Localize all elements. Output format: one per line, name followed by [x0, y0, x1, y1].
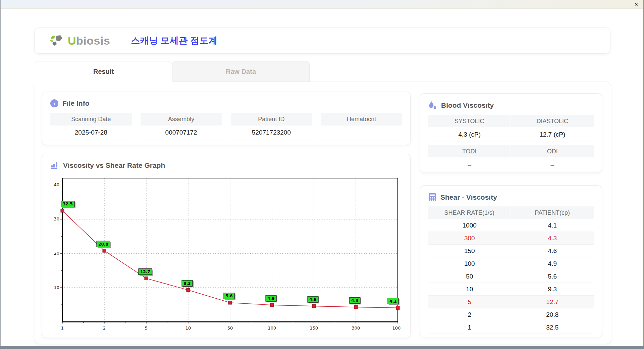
- table-row: 3004.3: [428, 232, 594, 245]
- window-left-edge: [0, 0, 1, 349]
- table-row: 109.3: [428, 283, 594, 296]
- table-row: 1004.9: [428, 257, 594, 270]
- svg-text:9.3: 9.3: [183, 281, 191, 286]
- svg-text:100: 100: [268, 326, 276, 331]
- shear-rate-cell: 50: [428, 270, 511, 283]
- svg-text:4.3: 4.3: [351, 298, 358, 303]
- result-tab-content: i File Info Scanning Date2025-07-28Assem…: [35, 82, 611, 344]
- window-close-button[interactable]: ×: [632, 0, 641, 8]
- patient-viscosity-cell: 4.3: [511, 232, 594, 245]
- blood-viscosity-title: Blood Viscosity: [441, 101, 494, 109]
- brand-logo: Ubiosis: [50, 34, 110, 47]
- shear-table-column-header: SHEAR RATE(1/s): [428, 206, 511, 219]
- app-header: Ubiosis 스캐닝 모세관 점도계: [34, 28, 610, 54]
- svg-text:30: 30: [54, 216, 59, 221]
- file-info-label: Assembly: [141, 113, 222, 126]
- app-title-korean: 스캐닝 모세관 점도계: [131, 35, 217, 47]
- file-info-value: 000707172: [141, 126, 222, 140]
- table-row: 132.5: [428, 321, 594, 334]
- svg-text:4.9: 4.9: [267, 296, 274, 301]
- patient-viscosity-cell: 9.3: [511, 283, 594, 296]
- shear-viscosity-title: Shear - Viscosity: [440, 193, 497, 201]
- svg-text:4.6: 4.6: [309, 297, 316, 302]
- svg-text:10: 10: [185, 326, 191, 331]
- bv-header-systolic: SYSTOLIC: [428, 115, 511, 127]
- shear-rate-cell: 300: [428, 232, 511, 245]
- window-bottom-edge: [0, 346, 644, 349]
- svg-text:1: 1: [61, 326, 64, 331]
- window-titlebar: ×: [0, 0, 644, 9]
- shear-rate-cell: 5: [428, 296, 511, 308]
- viscosity-chart: 102030401251050100150300100032.520.812.7…: [50, 173, 401, 337]
- patient-viscosity-cell: 32.5: [511, 321, 594, 334]
- svg-text:50: 50: [227, 326, 233, 331]
- file-info-field-patient-id: Patient ID52071723200: [231, 113, 312, 140]
- table-row: 220.8: [428, 308, 594, 321]
- svg-text:1000: 1000: [392, 326, 401, 331]
- svg-text:40: 40: [54, 182, 59, 187]
- blood-viscosity-title-row: Blood Viscosity: [428, 101, 594, 110]
- file-info-field-assembly: Assembly000707172: [141, 113, 222, 140]
- chart-wrap: 102030401251050100150300100032.520.812.7…: [50, 173, 402, 338]
- bv-value-systolic: 4.3 (cP): [428, 127, 511, 142]
- table-row: 505.6: [428, 270, 594, 283]
- svg-text:2: 2: [103, 326, 106, 331]
- bv-value-odi: –: [511, 157, 594, 172]
- shear-rate-cell: 150: [428, 245, 511, 257]
- file-info-grid: Scanning Date2025-07-28Assembly000707172…: [50, 113, 402, 140]
- plot-area: [62, 178, 398, 322]
- file-info-value: [321, 126, 402, 140]
- file-info-panel: i File Info Scanning Date2025-07-28Assem…: [42, 92, 411, 145]
- svg-text:20: 20: [54, 251, 59, 256]
- shear-viscosity-panel: Shear - Viscosity SHEAR RATE(1/s)PATIENT…: [420, 185, 602, 337]
- file-info-field-scanning-date: Scanning Date2025-07-28: [50, 113, 132, 140]
- bv-header-todi: TODI: [428, 145, 511, 157]
- shear-viscosity-title-row: Shear - Viscosity: [428, 193, 594, 202]
- bv-value-diastolic: 12.7 (cP): [511, 127, 594, 142]
- shear-rate-cell: 1: [428, 321, 511, 334]
- shear-table-column-header: PATIENT(cp): [511, 206, 594, 219]
- file-info-title: File Info: [62, 99, 90, 107]
- svg-text:5: 5: [145, 326, 148, 331]
- shear-rate-cell: 10: [428, 283, 511, 296]
- patient-viscosity-cell: 20.8: [511, 308, 594, 321]
- patient-viscosity-cell: 4.9: [511, 257, 594, 270]
- svg-text:12.7: 12.7: [140, 269, 150, 274]
- bv-value-todi: –: [428, 157, 511, 172]
- file-info-field-hematocrit: Hematocrit: [321, 113, 402, 140]
- patient-viscosity-cell: 4.6: [511, 245, 594, 257]
- patient-viscosity-cell: 12.7: [511, 296, 594, 308]
- file-info-label: Patient ID: [231, 113, 312, 126]
- bv-header-odi: ODI: [511, 145, 594, 157]
- tab-raw-data[interactable]: Raw Data: [172, 61, 310, 82]
- svg-text:4.1: 4.1: [389, 299, 396, 304]
- bar-chart-icon: [50, 161, 59, 169]
- table-row: 10004.1: [428, 219, 594, 232]
- blood-viscosity-panel: Blood Viscosity SYSTOLICDIASTOLIC4.3 (cP…: [420, 93, 602, 173]
- svg-text:20.8: 20.8: [98, 242, 108, 247]
- file-info-title-row: i File Info: [50, 99, 402, 107]
- svg-text:5.6: 5.6: [225, 294, 232, 298]
- svg-text:32.5: 32.5: [63, 202, 73, 206]
- file-info-value: 52071723200: [231, 126, 312, 140]
- file-info-label: Hematocrit: [321, 113, 402, 126]
- calculator-icon: [428, 193, 436, 202]
- table-row: 512.7: [428, 296, 594, 308]
- blood-viscosity-spacer: [428, 142, 594, 145]
- tab-result[interactable]: Result: [35, 61, 172, 82]
- patient-viscosity-cell: 5.6: [511, 270, 594, 283]
- blood-viscosity-grid: SYSTOLICDIASTOLIC4.3 (cP)12.7 (cP)TODIOD…: [428, 115, 594, 172]
- svg-text:300: 300: [352, 326, 360, 331]
- shear-rate-cell: 1000: [428, 219, 511, 232]
- viscosity-graph-panel: Viscosity vs Shear Rate Graph 1020304012…: [42, 154, 411, 338]
- water-drops-icon: [428, 101, 437, 110]
- shear-table-header-row: SHEAR RATE(1/s)PATIENT(cp): [428, 206, 594, 219]
- brand-name: Ubiosis: [68, 35, 110, 46]
- shear-rate-cell: 2: [428, 308, 511, 321]
- svg-text:150: 150: [310, 326, 318, 331]
- shear-viscosity-table: SHEAR RATE(1/s)PATIENT(cp)10004.13004.31…: [428, 206, 594, 334]
- info-icon: i: [50, 99, 58, 107]
- patient-viscosity-cell: 4.1: [511, 219, 594, 232]
- svg-text:10: 10: [54, 285, 59, 290]
- shear-rate-cell: 100: [428, 257, 511, 270]
